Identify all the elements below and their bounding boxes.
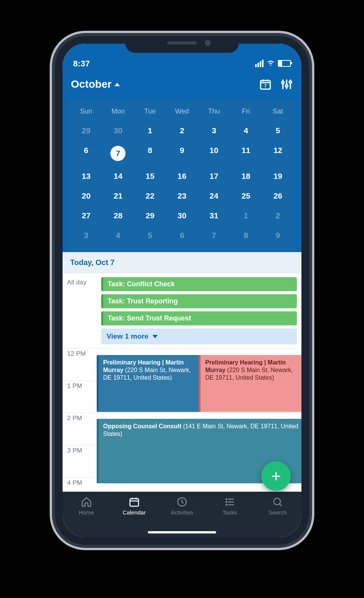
- calendar-day[interactable]: 23: [166, 186, 198, 206]
- dow-label: Sat: [262, 104, 294, 121]
- calendar-day[interactable]: 30: [102, 121, 134, 140]
- filter-button[interactable]: [280, 78, 293, 91]
- calendar-day[interactable]: 4: [230, 121, 262, 140]
- hour-label: 12 PM: [63, 349, 101, 380]
- all-day-label: All day: [63, 273, 101, 348]
- svg-point-19: [226, 502, 227, 503]
- cellular-icon: [255, 60, 264, 67]
- chevron-up-icon: [115, 83, 120, 86]
- calendar-day[interactable]: 10: [198, 140, 230, 166]
- agenda[interactable]: All day Task: Conflict Check Task: Trust…: [63, 273, 301, 492]
- add-event-fab[interactable]: +: [261, 461, 291, 491]
- event-preliminary-hearing[interactable]: Preliminary Hearing | Martin Murray (220…: [97, 355, 204, 412]
- calendar-day[interactable]: 2: [262, 206, 294, 226]
- calendar-day[interactable]: 3: [198, 121, 230, 140]
- month-grid-wrap: SunMonTueWedThuFriSat 293012345678910111…: [63, 99, 301, 252]
- calendar-day[interactable]: 28: [102, 206, 134, 226]
- calendar-day[interactable]: 11: [230, 140, 262, 166]
- calendar-day[interactable]: 9: [166, 140, 198, 166]
- calendar-day[interactable]: 3: [70, 226, 102, 245]
- svg-point-18: [226, 499, 227, 500]
- dow-label: Tue: [134, 104, 166, 121]
- power-button: [311, 163, 314, 228]
- notch: [125, 36, 239, 53]
- phone-frame: 8:37 October 7: [55, 36, 309, 545]
- svg-point-20: [226, 504, 227, 505]
- svg-line-22: [279, 504, 282, 506]
- dow-label: Thu: [198, 104, 230, 121]
- all-day-task[interactable]: Task: Trust Reporting: [101, 294, 297, 308]
- hour-label: 3 PM: [63, 445, 101, 477]
- nav-calendar[interactable]: Calendar: [110, 496, 158, 516]
- volume-mute-switch: [50, 121, 53, 148]
- svg-point-9: [289, 81, 292, 83]
- svg-rect-10: [130, 499, 139, 506]
- wifi-icon: [267, 58, 275, 69]
- all-day-task[interactable]: Task: Send Trust Request: [101, 311, 297, 325]
- calendar-day[interactable]: 1: [230, 206, 262, 226]
- svg-point-5: [282, 82, 284, 84]
- calendar-day[interactable]: 6: [70, 140, 102, 166]
- dow-label: Sun: [70, 104, 102, 121]
- all-day-task[interactable]: Task: Conflict Check: [101, 277, 297, 291]
- calendar-day[interactable]: 7: [198, 226, 230, 245]
- calendar-day[interactable]: 26: [262, 186, 294, 206]
- calendar-day[interactable]: 22: [134, 186, 166, 206]
- calendar-day[interactable]: 18: [230, 166, 262, 186]
- calendar-day[interactable]: 14: [102, 166, 134, 186]
- today-button[interactable]: 7: [259, 78, 272, 91]
- calendar-day[interactable]: 19: [262, 166, 294, 186]
- calendar-day[interactable]: 7: [102, 140, 134, 166]
- calendar-day[interactable]: 17: [198, 166, 230, 186]
- month-grid: SunMonTueWedThuFriSat 293012345678910111…: [68, 99, 296, 252]
- calendar-day[interactable]: 5: [134, 226, 166, 245]
- hour-label: 2 PM: [63, 413, 101, 445]
- calendar-day[interactable]: 4: [102, 226, 134, 245]
- calendar-day[interactable]: 9: [262, 226, 294, 245]
- nav-search[interactable]: Search: [254, 496, 301, 516]
- calendar-day[interactable]: 29: [134, 206, 166, 226]
- calendar-day[interactable]: 21: [102, 186, 134, 206]
- calendar-day[interactable]: 24: [198, 186, 230, 206]
- speaker-grille: [167, 41, 197, 44]
- hour-label: 4 PM: [63, 478, 101, 492]
- today-banner: Today, Oct 7: [63, 252, 301, 273]
- all-day-row: All day Task: Conflict Check Task: Trust…: [63, 273, 301, 348]
- month-label: October: [71, 78, 111, 90]
- calendar-day[interactable]: 5: [262, 121, 294, 140]
- view-more-button[interactable]: View 1 more: [101, 328, 297, 344]
- event-preliminary-hearing-conflict[interactable]: Preliminary Hearing | Martin Murray (220…: [199, 355, 301, 412]
- calendar-day[interactable]: 8: [134, 140, 166, 166]
- calendar-day[interactable]: 30: [166, 206, 198, 226]
- calendar-day[interactable]: 25: [230, 186, 262, 206]
- calendar-day[interactable]: 16: [166, 166, 198, 186]
- front-camera: [205, 40, 211, 46]
- hour-label: 1 PM: [63, 381, 101, 413]
- nav-home[interactable]: Home: [63, 496, 110, 516]
- volume-down-button: [50, 205, 53, 247]
- dow-label: Wed: [166, 104, 198, 121]
- home-indicator[interactable]: [148, 531, 216, 533]
- calendar-day[interactable]: 27: [70, 206, 102, 226]
- svg-point-21: [274, 498, 281, 505]
- nav-tasks[interactable]: Tasks: [206, 496, 254, 516]
- calendar-day[interactable]: 6: [166, 226, 198, 245]
- calendar-day[interactable]: 12: [262, 140, 294, 166]
- calendar-day[interactable]: 13: [70, 166, 102, 186]
- bottom-nav: Home Calendar Activities Tasks Search: [63, 492, 301, 537]
- calendar-day[interactable]: 29: [70, 121, 102, 140]
- dow-label: Mon: [102, 104, 134, 121]
- calendar-day[interactable]: 1: [134, 121, 166, 140]
- calendar-header: October 7: [63, 71, 301, 99]
- calendar-day[interactable]: 15: [134, 166, 166, 186]
- calendar-day[interactable]: 20: [70, 186, 102, 206]
- battery-icon: [278, 60, 291, 67]
- nav-activities[interactable]: Activities: [158, 496, 206, 516]
- calendar-day[interactable]: 8: [230, 226, 262, 245]
- calendar-day[interactable]: 31: [198, 206, 230, 226]
- svg-point-7: [286, 85, 288, 87]
- calendar-day[interactable]: 2: [166, 121, 198, 140]
- plus-icon: +: [271, 468, 281, 484]
- volume-up-button: [50, 156, 53, 197]
- month-picker-button[interactable]: October: [71, 78, 120, 90]
